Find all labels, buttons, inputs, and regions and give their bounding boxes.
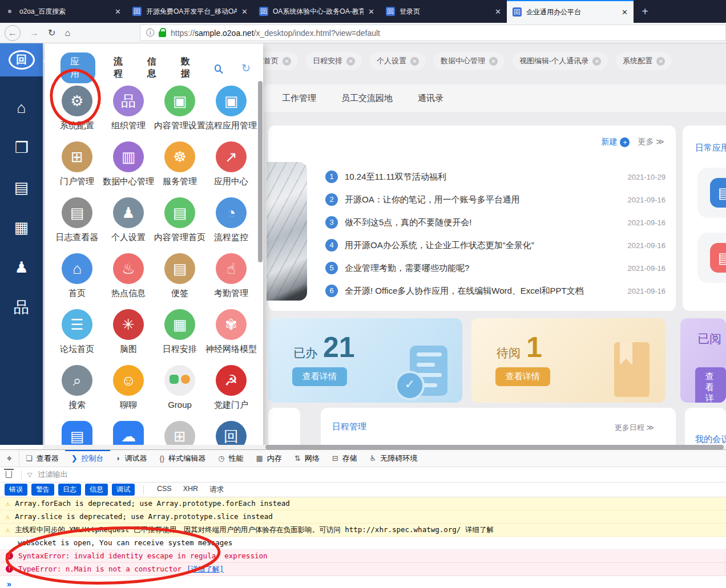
page-tab-pill[interactable]: 系统配置 ✕: [616, 52, 672, 70]
reload-button[interactable]: ↻: [48, 27, 55, 38]
news-more-link[interactable]: 更多 ≫: [638, 137, 664, 147]
page-tab-close-icon[interactable]: ✕: [656, 57, 665, 66]
devtools-tab[interactable]: ❯ 控制台: [65, 450, 110, 467]
devtools-tab[interactable]: ◷ 性能: [212, 450, 249, 467]
app-launcher-item[interactable]: ⊞: [154, 413, 205, 445]
devtools-tab[interactable]: ◗ 调试器: [110, 450, 154, 467]
refresh-icon[interactable]: ↻: [241, 62, 251, 75]
menu-tab-data[interactable]: 数据: [181, 56, 196, 80]
horizontal-scrollbar[interactable]: [43, 445, 726, 449]
app-launcher-item[interactable]: 回: [205, 413, 257, 445]
console-message[interactable]: ⚠ ! TypeError: n.Main is not a construct…: [0, 563, 726, 576]
devtools-tab[interactable]: ❏ 查看器: [19, 450, 65, 467]
tab-close-icon[interactable]: ✕: [241, 7, 248, 16]
sidebar-item[interactable]: ❒: [0, 138, 43, 157]
new-tab-button[interactable]: +: [634, 0, 656, 23]
browser-tab[interactable]: 回 登录页 ✕: [380, 0, 507, 23]
app-launcher-item[interactable]: ⊞ 门户管理: [51, 133, 103, 189]
app-launcher-item[interactable]: ↗ 应用中心: [205, 133, 257, 189]
app-launcher-item[interactable]: Group: [154, 357, 205, 413]
app-launcher-item[interactable]: ☁: [103, 413, 154, 445]
level-filter-button[interactable]: 警告: [31, 484, 54, 496]
sidebar-item[interactable]: ▤: [0, 178, 43, 197]
tab-close-icon[interactable]: ✕: [495, 7, 501, 16]
sidebar-item[interactable]: ⌂: [0, 98, 43, 117]
devtools-tab[interactable]: ⊟ 存储: [326, 450, 364, 467]
type-filter-button[interactable]: XHR: [179, 484, 203, 496]
done-detail-button[interactable]: 查看详情: [292, 367, 347, 386]
app-launcher-item[interactable]: ▣ 流程应用管理: [205, 78, 257, 133]
menu-scrollbar[interactable]: [258, 81, 263, 262]
level-filter-button[interactable]: 错误: [5, 484, 27, 496]
browser-tab[interactable]: 回 OA系统体验中心-政务OA-教育 ✕: [253, 0, 380, 23]
page-tab-close-icon[interactable]: ✕: [410, 57, 419, 66]
portal-nav-item[interactable]: 通讯录: [418, 93, 443, 104]
done-stat-card[interactable]: 已办21 查看详情: [268, 318, 462, 403]
tab-close-icon[interactable]: ✕: [622, 8, 628, 17]
app-launcher-item[interactable]: ♟ 个人设置: [103, 189, 154, 245]
app-launcher-item[interactable]: ▦ 日程安排: [154, 301, 205, 357]
page-tab-close-icon[interactable]: ✕: [592, 57, 601, 66]
filter-output-input[interactable]: 过滤输出: [38, 469, 67, 480]
app-launcher-item[interactable]: ♨ 热点信息: [103, 245, 154, 301]
app-launcher-item[interactable]: 品 组织管理: [103, 78, 154, 133]
level-filter-button[interactable]: 信息: [85, 484, 108, 496]
forward-button[interactable]: →: [30, 28, 39, 38]
app-launcher-item[interactable]: ✳ 脑图: [103, 301, 154, 357]
news-item[interactable]: 1 10.24至11.11双节活动福利 2021-10-29: [325, 165, 666, 188]
tab-close-icon[interactable]: ✕: [115, 7, 121, 16]
console-prompt-icon[interactable]: »: [0, 576, 726, 588]
page-tab-close-icon[interactable]: ✕: [489, 57, 498, 66]
browser-tab[interactable]: o2oa_百度搜索 ✕: [0, 0, 127, 23]
level-filter-button[interactable]: 日志: [58, 484, 81, 496]
sidebar-item[interactable]: ♟: [0, 258, 43, 277]
home-button[interactable]: ⌂: [64, 28, 70, 38]
app-launcher-item[interactable]: ▤ 日志查看器: [51, 189, 103, 245]
app-launcher-item[interactable]: ▣ 内容管理设置: [154, 78, 205, 133]
news-item[interactable]: 4 用开源OA办公系统，让企业工作状态更加“全景化” 2021-09-16: [325, 234, 666, 257]
toread-detail-button[interactable]: 查看详情: [495, 367, 550, 386]
devtools-tab[interactable]: ♿ 无障碍环境: [364, 450, 424, 467]
page-tab-pill[interactable]: 数据中心管理 ✕: [434, 52, 505, 70]
console-message[interactable]: ⚠ ! Array.slice is deprecated; use Array…: [0, 510, 726, 524]
page-tab-pill[interactable]: 个人设置 ✕: [370, 52, 426, 70]
app-launcher-item[interactable]: ☭ 党建门户: [205, 357, 257, 413]
read-stat-card[interactable]: 已阅 查看详情: [680, 318, 726, 403]
devtools-tab[interactable]: ⇅ 网络: [288, 450, 326, 467]
back-button[interactable]: ←: [5, 25, 21, 41]
toread-stat-card[interactable]: 待阅1 查看详情: [471, 318, 666, 403]
app-launcher-item[interactable]: ☸ 服务管理: [154, 133, 205, 189]
console-message[interactable]: ⚠ ! websocket is open, You can receive s…: [0, 537, 726, 550]
page-tab-close-icon[interactable]: ✕: [346, 57, 355, 66]
level-filter-button[interactable]: 调试: [112, 484, 135, 496]
console-message[interactable]: ⚠ ! Array.forEach is deprecated; use Arr…: [0, 497, 726, 510]
browser-tab[interactable]: 回 开源免费OA开发平台_移动OA ✕: [127, 0, 253, 23]
learn-more-link[interactable]: [详细了解]: [187, 565, 224, 574]
read-detail-button[interactable]: 查看详情: [695, 367, 726, 403]
tab-close-icon[interactable]: ✕: [368, 7, 374, 16]
devtools-tab[interactable]: {} 样式编辑器: [153, 450, 212, 467]
type-filter-button[interactable]: 请求: [205, 484, 228, 496]
news-item[interactable]: 5 企业管理考勤，需要哪些功能呢? 2021-09-16: [325, 257, 666, 279]
portal-nav-item[interactable]: 工作管理: [282, 93, 316, 104]
app-launcher-item[interactable]: ▤ 便签: [154, 245, 205, 301]
app-launcher-item[interactable]: ◔ 流程监控: [205, 189, 257, 245]
app-launcher-item[interactable]: ⌕ 搜索: [51, 357, 103, 413]
schedule-more-link[interactable]: 更多日程 ≫: [615, 423, 654, 433]
app-launcher-item[interactable]: ☺ 聊聊: [103, 357, 154, 413]
app-launcher-item[interactable]: ☰ 论坛首页: [51, 301, 103, 357]
ssl-lock-icon[interactable]: [159, 31, 166, 37]
browser-tab[interactable]: 回 企业通用办公平台 ✕: [507, 0, 634, 23]
app-launcher-item[interactable]: ▥ 数据中心管理: [103, 133, 154, 189]
app-launcher-item[interactable]: ⚙ 系统配置: [51, 78, 103, 133]
page-tab-pill[interactable]: 视图编辑-个人通讯录 ✕: [513, 52, 608, 70]
page-tab-pill[interactable]: 日程安排 ✕: [306, 52, 362, 70]
news-item[interactable]: 2 开源OA：让你的笔记，用一个账号多平台通用 2021-09-16: [325, 188, 666, 211]
console-message[interactable]: ⚠ ! SyntaxError: invalid identity escape…: [0, 550, 726, 563]
app-launcher-item[interactable]: ☝ 考勤管理: [205, 245, 257, 301]
site-info-icon[interactable]: ⓘ: [146, 28, 154, 38]
app-launcher-item[interactable]: ▤: [51, 413, 103, 445]
scrollbar-thumb[interactable]: [265, 445, 724, 449]
menu-tab-info[interactable]: 信息: [147, 56, 163, 80]
console-message[interactable]: ⚠ ! 主线程中同步的 XMLHttpRequest 已不推荐使用，因其对终端用…: [0, 524, 726, 537]
